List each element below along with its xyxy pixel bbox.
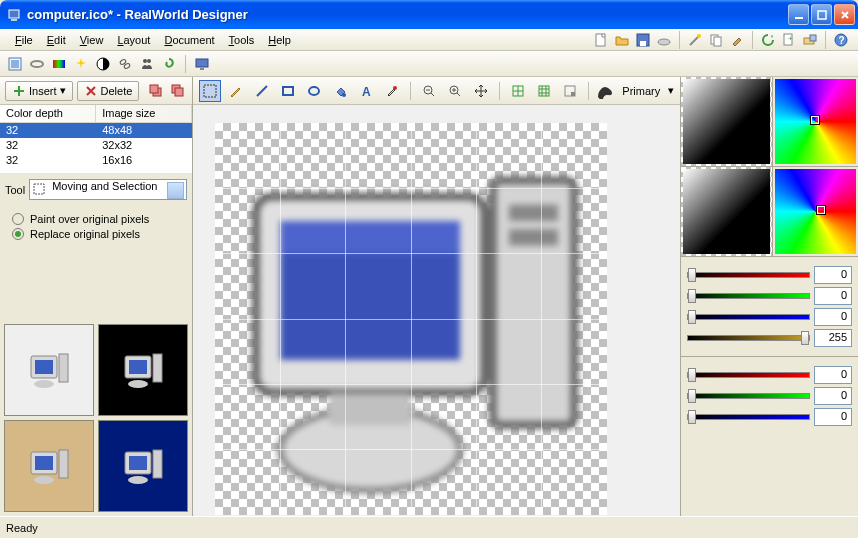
svg-rect-35 [59,354,68,382]
slider-blue[interactable]: 0 [687,308,852,326]
fx-link-icon[interactable] [116,55,134,73]
radio-paint-over[interactable]: Paint over original pixels [12,213,180,225]
svg-rect-29 [150,85,158,93]
preview-navy[interactable] [98,420,188,512]
preview-tan[interactable] [4,420,94,512]
svg-rect-4 [596,34,605,46]
send-back-icon[interactable] [169,82,187,100]
slider-group-2: 0 0 0 [681,357,858,435]
slider-blue-2[interactable]: 0 [687,408,852,426]
close-button[interactable] [834,4,855,25]
svg-text:A: A [362,85,371,98]
svg-rect-49 [204,85,216,97]
menu-view[interactable]: View [73,32,111,48]
titlebar: computer.ico* - RealWorld Designer [0,0,858,29]
preview-white[interactable] [4,324,94,416]
text-tool[interactable]: A [355,80,377,102]
canvas-wrap[interactable] [193,105,680,516]
new-icon[interactable] [592,31,610,49]
svg-rect-32 [34,184,44,194]
fx-swirl-icon[interactable] [160,55,178,73]
minimize-button[interactable] [788,4,809,25]
statusbar: Ready [0,516,858,538]
grid1-tool[interactable] [507,80,529,102]
svg-rect-65 [509,205,558,221]
slider-green[interactable]: 0 [687,287,852,305]
scanner-icon[interactable] [655,31,673,49]
list-row[interactable]: 32 16x16 [0,153,192,168]
svg-point-51 [309,87,319,95]
svg-point-24 [143,59,147,63]
fx-spark-icon[interactable] [72,55,90,73]
icon-list[interactable]: 32 48x48 32 32x32 32 16x16 [0,123,192,173]
slider-group-1: 0 0 0 255 [681,257,858,357]
menu-layout[interactable]: Layout [110,32,157,48]
svg-rect-63 [281,221,461,254]
zoom-out-tool[interactable] [418,80,440,102]
fx-contrast-icon[interactable] [94,55,112,73]
menu-tools[interactable]: Tools [222,32,262,48]
list-row[interactable]: 32 32x32 [0,138,192,153]
primary-alpha-picker[interactable] [681,77,773,166]
ellipse-tool[interactable] [303,80,325,102]
settings-icon[interactable] [801,31,819,49]
bring-front-icon[interactable] [147,82,165,100]
wand-icon[interactable] [686,31,704,49]
line-tool[interactable] [251,80,273,102]
grid2-tool[interactable] [533,80,555,102]
open-icon[interactable] [613,31,631,49]
insert-button[interactable]: Insert ▾ [5,81,73,101]
tool-select[interactable]: Moving and Selection [29,179,187,200]
rect-tool[interactable] [277,80,299,102]
svg-rect-38 [129,360,147,374]
secondary-hue-picker[interactable] [773,167,858,256]
maximize-button[interactable] [811,4,832,25]
move-tool[interactable] [470,80,492,102]
slider-alpha[interactable]: 255 [687,329,852,347]
primary-color-icon[interactable] [596,82,614,100]
slider-red[interactable]: 0 [687,266,852,284]
fx-ring-icon[interactable] [28,55,46,73]
select-tool[interactable] [199,80,221,102]
zoom-in-tool[interactable] [444,80,466,102]
help-icon[interactable]: ? [832,31,850,49]
menu-edit[interactable]: Edit [40,32,73,48]
svg-rect-66 [509,229,558,245]
save-icon[interactable] [634,31,652,49]
delete-button[interactable]: Delete [77,81,140,101]
pencil-tool[interactable] [225,80,247,102]
doc-plus-icon[interactable]: + [780,31,798,49]
col-image-size[interactable]: Image size [96,105,192,122]
svg-rect-6 [640,41,646,46]
fill-tool[interactable] [329,80,351,102]
menu-file[interactable]: File [8,32,40,48]
svg-rect-39 [153,354,162,382]
picker-tool[interactable] [381,80,403,102]
svg-rect-18 [11,60,19,68]
menu-document[interactable]: Document [157,32,221,48]
canvas[interactable] [215,123,607,515]
radio-replace[interactable]: Replace original pixels [12,228,180,240]
fx-monitor-icon[interactable] [193,55,211,73]
grid3-tool[interactable] [559,80,581,102]
list-row[interactable]: 32 48x48 [0,123,192,138]
svg-rect-10 [714,37,721,46]
slider-red-2[interactable]: 0 [687,366,852,384]
right-panel: 0 0 0 255 0 0 0 [681,77,858,516]
fx-edge-icon[interactable] [6,55,24,73]
primary-hue-picker[interactable] [773,77,858,166]
col-color-depth[interactable]: Color depth [0,105,96,122]
slider-green-2[interactable]: 0 [687,387,852,405]
fx-people-icon[interactable] [138,55,156,73]
preview-black[interactable] [98,324,188,416]
svg-point-36 [34,380,54,388]
status-text: Ready [6,522,852,534]
secondary-alpha-picker[interactable] [681,167,773,256]
refresh-icon[interactable] [759,31,777,49]
fx-gradient-icon[interactable] [50,55,68,73]
brush-icon[interactable] [728,31,746,49]
svg-point-25 [147,59,151,63]
copy-icon[interactable] [707,31,725,49]
primary-label[interactable]: Primary [618,85,664,97]
menu-help[interactable]: Help [261,32,298,48]
